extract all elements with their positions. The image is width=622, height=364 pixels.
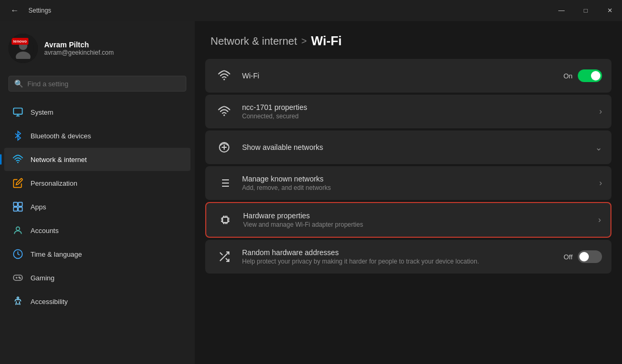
sidebar-item-time-label: Time & language <box>31 250 82 258</box>
manage-networks-control: › <box>599 178 602 188</box>
profile-email: avram@geekinchief.com <box>44 49 114 56</box>
sidebar-item-accounts[interactable]: Accounts <box>4 219 190 242</box>
sidebar-item-time[interactable]: Time & language <box>4 242 190 266</box>
breadcrumb-separator: > <box>302 36 307 47</box>
pencil-icon <box>13 178 23 188</box>
profile-name: Avram Piltch <box>44 41 114 49</box>
svg-point-17 <box>19 278 21 279</box>
random-toggle-switch[interactable] <box>578 250 602 263</box>
manage-networks-subtitle: Add, remove, and edit networks <box>242 184 591 191</box>
random-addresses-title: Random hardware addresses <box>242 248 555 257</box>
lenovo-logo: lenovo <box>12 38 28 45</box>
svg-line-31 <box>220 252 223 255</box>
toggle-thumb <box>591 71 600 80</box>
wifi-icon <box>215 66 234 85</box>
window-title: Settings <box>28 7 51 14</box>
svg-rect-13 <box>14 275 23 280</box>
sidebar-item-accessibility[interactable]: Accessibility <box>4 290 190 313</box>
wifi-toggle-switch[interactable] <box>578 69 602 82</box>
wifi-control: On <box>564 69 602 82</box>
wifi-list-icon <box>215 138 234 157</box>
avatar: lenovo <box>8 34 38 63</box>
main-content: Network & internet > Wi-Fi Wi-Fi On <box>195 21 622 364</box>
search-container: 🔍 <box>0 72 195 100</box>
svg-point-6 <box>17 162 19 164</box>
sidebar-nav: System Bluetooth & devices Network & int… <box>0 100 195 314</box>
sidebar: lenovo Avram Piltch avram@geekinchief.co… <box>0 21 195 364</box>
svg-point-20 <box>224 115 225 116</box>
accessibility-icon <box>13 296 23 307</box>
chevron-right-icon-3: › <box>598 215 601 225</box>
sidebar-item-bluetooth[interactable]: Bluetooth & devices <box>4 124 190 147</box>
shuffle-icon <box>215 247 234 266</box>
svg-point-18 <box>17 297 18 299</box>
sidebar-item-system[interactable]: System <box>4 100 190 124</box>
app-container: lenovo Avram Piltch avram@geekinchief.co… <box>0 21 622 364</box>
wifi-nav-icon <box>13 154 23 165</box>
sidebar-item-gaming[interactable]: Gaming <box>4 266 190 289</box>
svg-rect-7 <box>14 203 18 207</box>
chevron-down-icon: ⌄ <box>595 143 602 153</box>
svg-point-19 <box>224 79 225 80</box>
title-bar-left: ← Settings <box>6 6 51 15</box>
ncc-control: › <box>599 107 602 116</box>
svg-rect-28 <box>223 217 228 223</box>
sidebar-item-accessibility-label: Accessibility <box>31 298 68 306</box>
setting-hardware-properties[interactable]: Hardware properties View and manage Wi-F… <box>205 202 611 238</box>
setting-manage-networks[interactable]: Manage known networks Add, remove, and e… <box>205 166 611 200</box>
sidebar-item-personalization[interactable]: Personalization <box>4 171 190 195</box>
ncc-subtitle: Connected, secured <box>242 113 591 120</box>
svg-rect-10 <box>18 207 23 211</box>
svg-rect-3 <box>14 108 23 115</box>
show-networks-text: Show available networks <box>242 143 587 151</box>
game-icon <box>13 272 23 283</box>
sidebar-item-gaming-label: Gaming <box>31 274 55 282</box>
settings-list: Wi-Fi On ncc-1701 properties Connected, … <box>195 59 622 274</box>
setting-wifi-toggle[interactable]: Wi-Fi On <box>205 59 611 93</box>
setting-show-networks[interactable]: Show available networks ⌄ <box>205 130 611 164</box>
close-button[interactable]: ✕ <box>598 0 622 21</box>
hardware-control: › <box>598 215 601 225</box>
wifi-toggle-label: On <box>564 72 573 80</box>
sidebar-item-bluetooth-label: Bluetooth & devices <box>31 132 91 140</box>
setting-random-addresses[interactable]: Random hardware addresses Help protect y… <box>205 240 611 274</box>
breadcrumb-parent: Network & internet <box>210 35 297 47</box>
search-icon: 🔍 <box>14 79 23 88</box>
sidebar-item-apps[interactable]: Apps <box>4 195 190 218</box>
back-button[interactable]: ← <box>6 6 23 15</box>
apps-icon <box>13 201 23 212</box>
window-controls: — □ ✕ <box>549 0 622 21</box>
breadcrumb: Network & internet > Wi-Fi <box>195 21 622 59</box>
random-addresses-control: Off <box>564 250 602 263</box>
manage-networks-text: Manage known networks Add, remove, and e… <box>242 175 591 191</box>
person-icon <box>13 225 23 236</box>
random-addresses-text: Random hardware addresses Help protect y… <box>242 248 555 265</box>
show-networks-control: ⌄ <box>595 143 602 153</box>
sidebar-item-network-label: Network & internet <box>31 156 87 164</box>
profile-section: lenovo Avram Piltch avram@geekinchief.co… <box>0 21 195 72</box>
chevron-right-icon: › <box>599 107 602 116</box>
svg-rect-9 <box>14 207 18 211</box>
maximize-button[interactable]: □ <box>574 0 598 21</box>
setting-ncc-properties[interactable]: ncc-1701 properties Connected, secured › <box>205 95 611 128</box>
sidebar-item-apps-label: Apps <box>31 203 46 211</box>
search-box[interactable]: 🔍 <box>8 76 186 92</box>
random-addresses-subtitle: Help protect your privacy by making it h… <box>242 258 555 265</box>
bluetooth-icon <box>13 130 23 141</box>
sidebar-item-system-label: System <box>31 108 53 116</box>
search-input[interactable] <box>27 80 180 88</box>
chip-icon <box>216 210 235 229</box>
list-icon <box>215 174 234 193</box>
profile-info: Avram Piltch avram@geekinchief.com <box>44 41 114 56</box>
sidebar-item-personalization-label: Personalization <box>31 179 77 187</box>
chevron-right-icon-2: › <box>599 178 602 188</box>
hardware-text: Hardware properties View and manage Wi-F… <box>243 211 590 228</box>
toggle-thumb-2 <box>579 252 589 261</box>
svg-rect-8 <box>18 203 23 207</box>
sidebar-item-network[interactable]: Network & internet <box>4 148 190 171</box>
monitor-icon <box>13 107 23 117</box>
wifi-connected-icon <box>215 102 234 121</box>
breadcrumb-current: Wi-Fi <box>311 34 342 48</box>
minimize-button[interactable]: — <box>549 0 574 21</box>
hardware-subtitle: View and manage Wi-Fi adapter properties <box>243 221 590 228</box>
